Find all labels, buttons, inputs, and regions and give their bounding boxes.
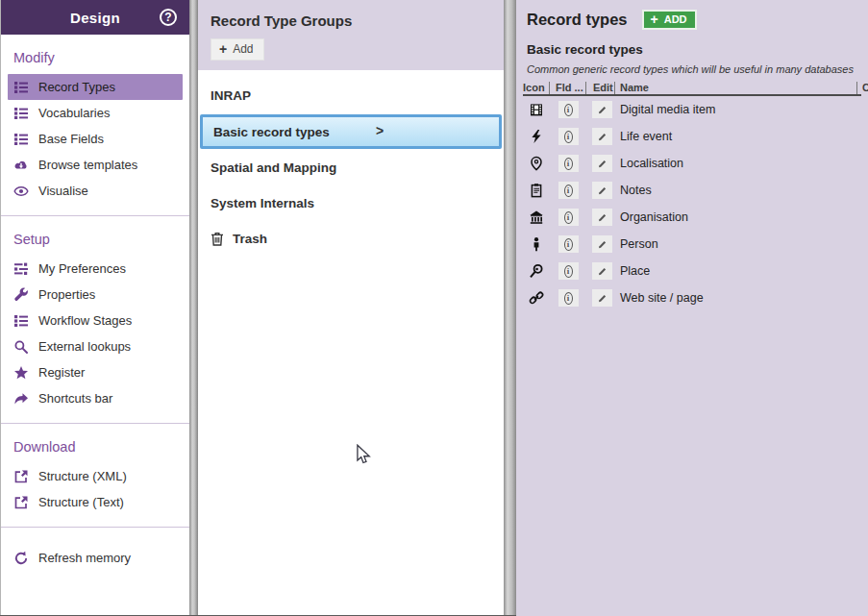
table-row[interactable]: i Place: [523, 258, 861, 284]
sidebar-item-shortcuts-bar[interactable]: Shortcuts bar: [1, 385, 189, 411]
add-record-type-label: ADD: [664, 13, 687, 25]
sidebar-item-structure-xml[interactable]: Structure (XML): [1, 463, 189, 489]
list-icon: [13, 313, 29, 329]
external-link-icon: [13, 469, 29, 484]
table-row[interactable]: i Life event: [523, 123, 861, 150]
sidebar-item-vocabularies[interactable]: Vocabularies: [1, 100, 189, 126]
table-row[interactable]: i Localisation: [523, 150, 861, 177]
edit-button[interactable]: [592, 155, 612, 172]
record-type-groups-panel: Record Type Groups + Add INRAP Basic rec…: [198, 0, 504, 616]
group-item-inrap[interactable]: INRAP: [198, 78, 504, 113]
group-item-label: Spatial and Mapping: [211, 160, 336, 175]
sidebar-item-label: Properties: [38, 287, 95, 302]
help-icon[interactable]: ?: [160, 9, 177, 26]
record-type-name: Organisation: [615, 210, 861, 224]
info-button[interactable]: i: [558, 101, 579, 118]
record-type-name: Notes: [615, 184, 861, 197]
list-icon: [13, 132, 29, 147]
groups-list: INRAP Basic record types > Spatial and M…: [198, 70, 504, 257]
table-row[interactable]: i Person: [523, 231, 861, 258]
table-row[interactable]: i Digital media item: [523, 96, 861, 123]
person-icon: [529, 236, 544, 252]
refresh-icon: [13, 551, 29, 566]
table-row[interactable]: i Organisation: [523, 204, 861, 231]
star-icon: [13, 365, 29, 381]
info-button[interactable]: i: [558, 209, 579, 226]
list-icon: [13, 106, 29, 121]
chevron-right-icon: >: [376, 123, 384, 138]
add-group-button[interactable]: + Add: [211, 38, 264, 61]
wrench-icon: [13, 287, 29, 303]
column-header-icon: Icon: [523, 82, 550, 94]
groups-panel-title: Record Type Groups: [211, 12, 492, 29]
pencil-icon: [598, 238, 607, 251]
sidebar-item-label: Vocabularies: [38, 106, 110, 120]
sidebar-item-refresh-memory[interactable]: Refresh memory: [1, 545, 189, 571]
sidebar-item-base-fields[interactable]: Base Fields: [1, 126, 189, 152]
info-icon: i: [564, 158, 573, 170]
sidebar-item-structure-text[interactable]: Structure (Text): [1, 489, 189, 515]
table-header-row: Icon Fld ... Edit Name C: [523, 82, 861, 96]
info-button[interactable]: i: [558, 155, 579, 172]
map-pin-icon: [529, 156, 544, 171]
pencil-icon: [598, 104, 607, 116]
column-header-fields: Fld ...: [550, 82, 586, 94]
plus-icon: +: [651, 13, 658, 25]
record-type-name: Localisation: [615, 157, 861, 170]
clipboard-icon: [529, 183, 544, 198]
group-item-trash[interactable]: Trash: [198, 221, 504, 257]
record-type-name: Person: [615, 237, 861, 251]
edit-button[interactable]: [592, 289, 612, 307]
edit-button[interactable]: [592, 128, 612, 145]
section-heading-modify: Modify: [1, 42, 189, 74]
info-button[interactable]: i: [558, 289, 579, 307]
sidebar-item-my-preferences[interactable]: My Preferences: [1, 256, 189, 282]
sidebar-item-label: Record Types: [38, 80, 115, 94]
record-type-name: Web site / page: [615, 291, 861, 305]
sidebar-item-visualise[interactable]: Visualise: [1, 178, 189, 204]
edit-button[interactable]: [592, 182, 612, 199]
pencil-icon: [598, 185, 607, 197]
edit-button[interactable]: [592, 101, 612, 118]
group-item-spatial-and-mapping[interactable]: Spatial and Mapping: [198, 150, 504, 185]
group-item-label: System Internals: [211, 196, 314, 210]
sidebar-item-browse-templates[interactable]: Browse templates: [1, 152, 189, 178]
section-heading-setup: Setup: [1, 224, 189, 256]
place-pin-icon: [529, 263, 544, 279]
sidebar-item-properties[interactable]: Properties: [1, 282, 189, 308]
info-button[interactable]: i: [558, 128, 579, 145]
group-item-basic-record-types[interactable]: Basic record types >: [200, 114, 502, 149]
pencil-icon: [598, 131, 607, 143]
add-record-type-button[interactable]: + ADD: [642, 10, 697, 30]
info-button[interactable]: i: [558, 235, 579, 253]
splitter-right[interactable]: [504, 0, 516, 616]
sidebar-item-register[interactable]: Register: [1, 359, 189, 385]
sidebar-title: Design: [70, 10, 120, 26]
list-icon: [13, 80, 29, 95]
edit-button[interactable]: [592, 209, 612, 226]
selected-group-name: Basic record types: [527, 42, 868, 57]
search-icon: [13, 339, 29, 355]
external-link-icon: [13, 495, 29, 510]
info-icon: i: [564, 104, 573, 116]
table-row[interactable]: i Web site / page: [523, 284, 861, 311]
column-header-name: Name: [615, 82, 861, 94]
eye-icon: [13, 184, 29, 199]
info-icon: i: [564, 238, 573, 251]
info-button[interactable]: i: [558, 262, 579, 280]
sidebar-item-record-types[interactable]: Record Types: [8, 74, 183, 100]
info-icon: i: [564, 131, 573, 143]
bank-icon: [529, 209, 544, 225]
edit-button[interactable]: [592, 262, 612, 280]
info-button[interactable]: i: [558, 182, 579, 199]
sidebar-item-workflow-stages[interactable]: Workflow Stages: [1, 308, 189, 333]
table-row[interactable]: i Notes: [523, 177, 861, 204]
group-item-system-internals[interactable]: System Internals: [198, 185, 504, 221]
group-item-label: Basic record types: [213, 125, 330, 139]
column-header-truncated: C: [856, 82, 868, 94]
link-icon: [529, 290, 544, 306]
edit-button[interactable]: [592, 235, 612, 253]
section-setup: Setup My Preferences Properties Workflow…: [1, 216, 189, 424]
sidebar-item-external-lookups[interactable]: External lookups: [1, 333, 189, 359]
splitter-left[interactable]: [189, 0, 198, 616]
